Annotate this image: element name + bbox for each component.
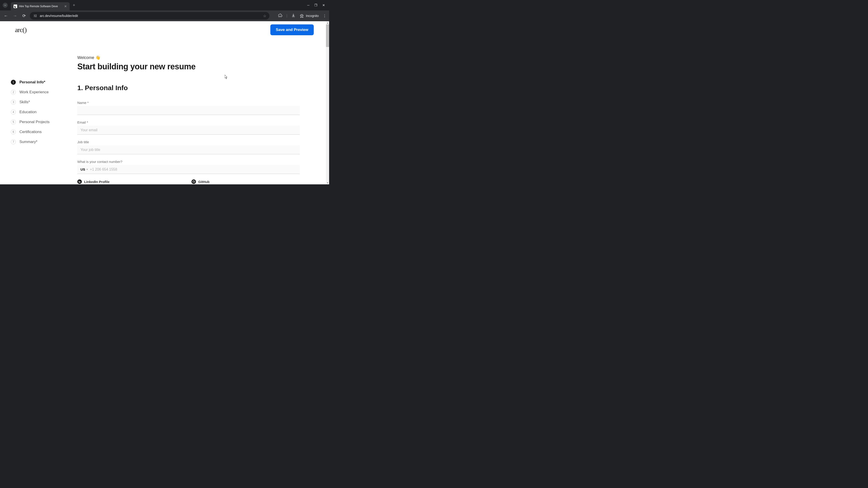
- jobtitle-group: Job title: [77, 140, 300, 154]
- linkedin-label: LinkedIn Profile: [84, 180, 110, 184]
- svg-rect-0: [34, 15, 35, 15]
- chevron-down-icon: ▾: [87, 168, 88, 170]
- step-summary[interactable]: 7 Summary*: [11, 137, 68, 147]
- step-personal-info[interactable]: 1 Personal Info*: [11, 77, 68, 87]
- github-label-row: GitHub: [191, 180, 300, 184]
- incognito-badge[interactable]: Incognito: [300, 13, 319, 18]
- chevron-down-icon: [4, 4, 6, 6]
- scrollbar-thumb[interactable]: [326, 24, 329, 47]
- forward-button[interactable]: →: [12, 13, 18, 18]
- steps-sidebar: 1 Personal Info* 2 Work Experience 3 Ski…: [0, 35, 68, 184]
- page-content: arc() Save and Preview 1 Personal Info* …: [0, 21, 329, 184]
- section-title: 1. Personal Info: [77, 84, 300, 92]
- site-settings-icon[interactable]: [33, 13, 37, 18]
- github-icon: [191, 180, 196, 184]
- step-number: 4: [11, 109, 16, 115]
- github-group: GitHub: [191, 180, 300, 184]
- scroll-down-arrow[interactable]: ▼: [326, 181, 329, 184]
- arc-logo[interactable]: arc(): [15, 26, 27, 34]
- linkedin-group: LinkedIn Profile: [77, 180, 186, 184]
- phone-country-select[interactable]: US ▾: [77, 167, 90, 171]
- phone-label: What is your contact number?: [77, 160, 300, 164]
- address-bar[interactable]: arc.dev/resume/builder/edit ☆: [30, 12, 270, 20]
- step-education[interactable]: 4 Education: [11, 107, 68, 117]
- linkedin-icon: [77, 180, 82, 184]
- new-tab-button[interactable]: +: [73, 3, 75, 8]
- phone-country-code: US: [81, 167, 85, 171]
- profile-links-row: LinkedIn Profile GitHub: [77, 180, 300, 184]
- step-label: Summary*: [20, 140, 37, 144]
- menu-icon[interactable]: ⋮: [323, 14, 327, 18]
- tab-search-dropdown[interactable]: [3, 3, 8, 8]
- titlebar: ◣ Hire Top Remote Software Deve ✕ + ─ ❐ …: [0, 0, 329, 10]
- step-number: 5: [11, 120, 16, 125]
- browser-toolbar: ← → ⟳ arc.dev/resume/builder/edit ☆ | In…: [0, 10, 329, 21]
- step-number: 6: [11, 129, 16, 134]
- browser-tab[interactable]: ◣ Hire Top Remote Software Deve ✕: [11, 2, 70, 10]
- welcome-text: Welcome 👋: [77, 55, 300, 60]
- svg-rect-2: [34, 15, 35, 16]
- step-number: 2: [11, 90, 16, 95]
- name-label: Name *: [77, 101, 300, 105]
- page-title: Start building your new resume: [77, 62, 300, 71]
- step-skills[interactable]: 3 Skills*: [11, 97, 68, 107]
- jobtitle-input[interactable]: [77, 145, 300, 154]
- step-label: Skills*: [20, 100, 30, 104]
- back-button[interactable]: ←: [3, 13, 9, 18]
- app-header: arc() Save and Preview: [0, 21, 326, 35]
- step-label: Education: [20, 110, 37, 114]
- step-work-experience[interactable]: 2 Work Experience: [11, 87, 68, 97]
- tab-favicon: ◣: [13, 4, 17, 8]
- github-label: GitHub: [198, 180, 210, 184]
- email-group: Email *: [77, 121, 300, 135]
- email-label: Email *: [77, 121, 300, 124]
- step-number: 3: [11, 100, 16, 105]
- close-window-button[interactable]: ✕: [322, 3, 325, 7]
- bookmark-star-icon[interactable]: ☆: [263, 14, 266, 18]
- phone-group: What is your contact number? US ▾: [77, 160, 300, 174]
- scroll-up-arrow[interactable]: ▲: [326, 21, 329, 24]
- form-area: Welcome 👋 Start building your new resume…: [68, 35, 326, 184]
- svg-rect-5: [35, 17, 37, 17]
- url-text: arc.dev/resume/builder/edit: [40, 14, 261, 18]
- step-number: 7: [11, 139, 16, 144]
- extensions-icon[interactable]: [278, 13, 282, 18]
- step-label: Personal Projects: [20, 120, 50, 124]
- svg-rect-1: [35, 15, 37, 15]
- step-certifications[interactable]: 6 Certifications: [11, 127, 68, 137]
- linkedin-label-row: LinkedIn Profile: [77, 180, 186, 184]
- save-preview-button[interactable]: Save and Preview: [270, 24, 314, 35]
- jobtitle-label: Job title: [77, 140, 300, 144]
- phone-row: US ▾: [77, 165, 300, 174]
- step-number: 1: [11, 80, 16, 85]
- toolbar-separator: |: [286, 14, 287, 18]
- tab-title: Hire Top Remote Software Deve: [19, 5, 62, 8]
- incognito-label: Incognito: [306, 14, 319, 18]
- tab-close-button[interactable]: ✕: [64, 4, 67, 8]
- name-input[interactable]: [77, 106, 300, 115]
- incognito-icon: [300, 13, 304, 18]
- email-input[interactable]: [77, 126, 300, 135]
- step-personal-projects[interactable]: 5 Personal Projects: [11, 117, 68, 127]
- minimize-button[interactable]: ─: [307, 3, 309, 7]
- svg-rect-3: [36, 15, 37, 16]
- step-label: Work Experience: [20, 90, 49, 94]
- name-group: Name *: [77, 101, 300, 115]
- step-label: Certifications: [20, 130, 41, 134]
- downloads-icon[interactable]: [291, 13, 296, 18]
- reload-button[interactable]: ⟳: [21, 13, 27, 18]
- step-label: Personal Info*: [20, 80, 45, 85]
- svg-rect-4: [34, 17, 35, 17]
- maximize-button[interactable]: ❐: [314, 3, 317, 7]
- phone-input[interactable]: [90, 165, 300, 174]
